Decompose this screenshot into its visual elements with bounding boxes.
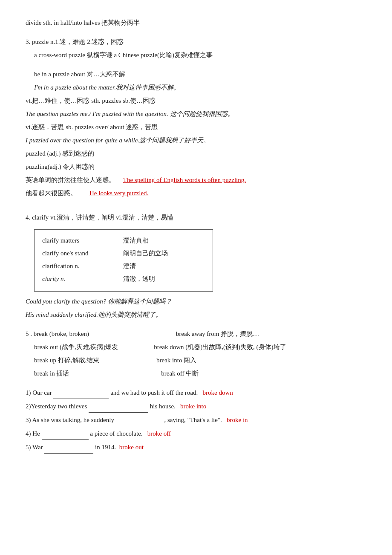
ex2-blank: [89, 401, 148, 413]
break-into-text: break into 闯入: [156, 357, 196, 364]
puzzle-item-im-in: I'm in a puzzle about the matter.我对这件事困惑…: [34, 82, 366, 93]
puzzle-item-crossword: a cross-word puzzle 纵横字谜 a Chinese puzzl…: [34, 49, 366, 61]
box-meaning-4: 清澈，透明: [123, 273, 155, 285]
box-term-2: clarify one's stand: [42, 248, 110, 259]
box-row-2: clarify one's stand 阐明自己的立场: [42, 248, 205, 259]
break-out-text: break out (战争,灾难,疾病)爆发: [34, 344, 118, 350]
puzzle-item-puzzling-adj: puzzling(adj.) 令人困惑的: [26, 161, 366, 173]
ex1-blank: [53, 387, 109, 399]
puzzle-spelling-english: The spelling of English words is often p…: [123, 176, 246, 183]
puzzle-spelling-chinese: 英语单词的拼法往往使人迷感。: [26, 176, 115, 183]
ex4-blank: [42, 428, 89, 440]
ex4-after: a piece of chocolate.: [90, 430, 146, 437]
puzzle-item-be-in: be in a puzzle about 对…大惑不解: [34, 69, 366, 80]
ex4-answer: broke off: [147, 430, 171, 437]
exercise-5: 5) War in 1914. broke out: [26, 442, 366, 454]
break-section: 5 . break (broke, broken) break away fro…: [26, 328, 366, 454]
ex1-num: 1) Our car: [26, 389, 53, 396]
box-term-3: clarification n.: [42, 260, 110, 272]
puzzle-puzzled-english: He looks very puzzled.: [89, 190, 148, 197]
ex5-after: in 1914.: [95, 444, 118, 451]
break-compound-2: break out (战争,灾难,疾病)爆发 break down (机器)出故…: [34, 341, 366, 353]
clarify-box: clarify matters 澄清真相 clarify one's stand…: [34, 229, 213, 292]
break-header: 5 . break (broke, broken) break away fro…: [26, 328, 366, 340]
break-away-text: break away from 挣脱，摆脱…: [176, 330, 259, 337]
ex3-answer: broke in: [227, 416, 248, 423]
puzzle-item-the-question: The question puzzles me./ I'm puzzled wi…: [26, 108, 366, 120]
ex3-after: , saying, "That's a lie".: [164, 416, 225, 423]
puzzle-spelling-spacer: [117, 176, 121, 183]
puzzle-puzzled-chinese: 他看起来很困惑。: [26, 190, 77, 197]
box-meaning-2: 阐明自己的立场: [123, 248, 168, 259]
exercise-1: 1) Our car and we had to push it off the…: [26, 387, 366, 399]
exercise-4: 4) He a piece of chocolate. broke off: [26, 428, 366, 440]
ex2-answer: broke into: [180, 403, 206, 410]
puzzle-header: 3. puzzle n.1.迷，难题 2.迷惑，困惑: [26, 36, 366, 48]
ex1-answer: broke down: [202, 389, 233, 396]
ex5-num: 5) War: [26, 444, 44, 451]
break-in-text: break in 插话: [34, 370, 69, 377]
box-term-1: clarify matters: [42, 235, 110, 246]
ex5-blank: [44, 442, 93, 454]
ex2-num: 2)Yesterday two thieves: [26, 403, 89, 410]
box-row-3: clarification n. 澄清: [42, 260, 205, 272]
ex1-after: and we had to push it off the road.: [110, 389, 201, 396]
puzzle-item-puzzled-adj: puzzled (adj.) 感到迷惑的: [26, 148, 366, 159]
break-header-text: 5 . break (broke, broken): [26, 330, 89, 337]
exercise-3: 3) As she was talking, he suddenly , say…: [26, 414, 366, 426]
puzzle-item-i-puzzled: I puzzled over the question for quite a …: [26, 135, 366, 146]
box-term-4: clarity n.: [42, 273, 110, 285]
page-content: divide sth. in half/into halves 把某物分两半 3…: [26, 17, 366, 454]
clarify-header: 4. clarify vt.澄清，讲清楚，阐明 vi.澄清，清楚，易懂: [26, 212, 366, 223]
puzzle-spelling-line: 英语单词的拼法往往使人迷感。 The spelling of English w…: [26, 174, 366, 186]
break-off-text: break off 中断: [161, 370, 199, 377]
divide-line: divide sth. in half/into halves 把某物分两半: [26, 17, 366, 29]
ex4-num: 4) He: [26, 430, 42, 437]
box-meaning-3: 澄清: [123, 260, 136, 272]
ex2-after: his house.: [150, 403, 179, 410]
clarify-sentence1: Could you clarify the question? 你能解释这个问题…: [26, 296, 366, 307]
ex3-num: 3) As she was talking, he suddenly: [26, 416, 116, 423]
puzzle-item-vi: vi.迷惑，苦思 sb. puzzles over/ about 迷惑，苦思: [26, 121, 366, 133]
box-meaning-1: 澄清真相: [123, 235, 149, 246]
puzzle-section: 3. puzzle n.1.迷，难题 2.迷惑，困惑 a cross-word …: [26, 36, 366, 199]
clarify-section: 4. clarify vt.澄清，讲清楚，阐明 vi.澄清，清楚，易懂 clar…: [26, 212, 366, 321]
ex5-answer: broke out: [119, 444, 144, 451]
box-row-1: clarify matters 澄清真相: [42, 235, 205, 246]
exercise-2: 2)Yesterday two thieves his house. broke…: [26, 401, 366, 413]
box-row-4: clarity n. 清澈，透明: [42, 273, 205, 285]
puzzle-puzzled-spacer: [78, 190, 88, 197]
ex3-blank: [116, 414, 163, 426]
clarify-sentence2: His mind suddenly clarified.他的头脑突然清醒了。: [26, 309, 366, 321]
break-up-text: break up 打碎,解散,结束: [34, 357, 99, 364]
break-compound-4: break in 插话 break off 中断: [34, 368, 366, 379]
puzzle-item-vt: vt.把…难住，使…困惑 sth. puzzles sb.使…困惑: [26, 95, 366, 107]
puzzle-puzzled-line: 他看起来很困惑。 He looks very puzzled.: [26, 188, 366, 199]
break-compound-3: break up 打碎,解散,结束 break into 闯入: [34, 355, 366, 366]
break-down-text: break down (机器)出故障,(谈判)失败, (身体)垮了: [154, 344, 286, 350]
